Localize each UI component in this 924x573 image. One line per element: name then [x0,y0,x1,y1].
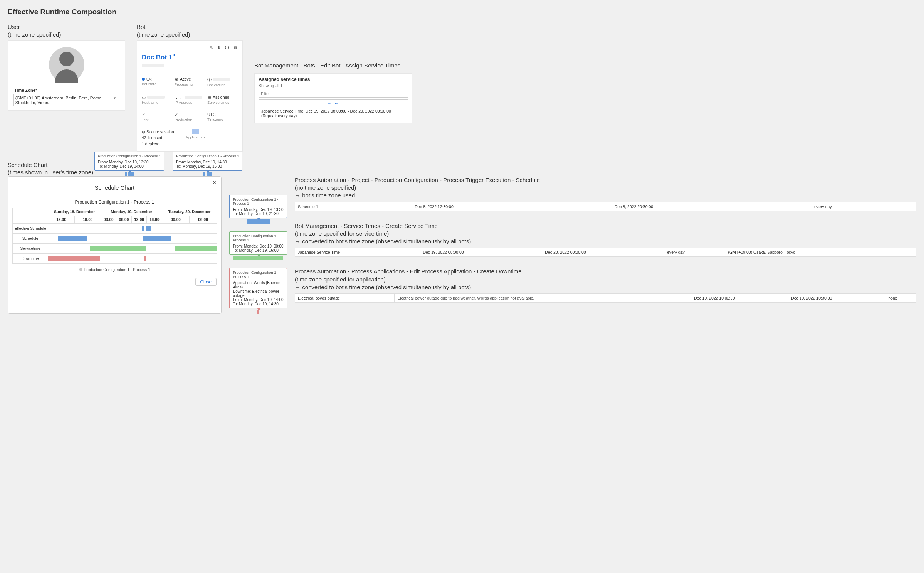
table-cell[interactable]: Dec 19, 2022 08:00:00 [420,248,542,257]
bar-servicetime[interactable] [175,246,217,251]
chart-title: Schedule Chart [8,182,221,199]
timezone-select[interactable]: (GMT+01:00) Amsterdam, Berlin, Bern, Rom… [13,94,120,106]
bar-servicetime[interactable] [90,246,146,251]
downtime-table: Electrical power outage Electrical power… [295,293,916,303]
table-cell[interactable]: Dec 19, 2022 10:30:00 [788,294,885,303]
bar-schedule[interactable] [143,236,171,241]
shield-icon: ⊘ [142,130,145,134]
table-cell[interactable]: Electrical power outage due to bad weath… [395,294,691,303]
table-cell[interactable]: Japanese Service Time [295,248,420,257]
svc-title: Assigned service times [259,77,408,82]
svc-showing: Showing all 1 [259,83,408,88]
service-times-panel: Assigned service times Showing all 1 ← ←… [254,73,412,123]
bot-card: ✎ ⬇ ⏻ 🗑 Doc Bot 1↗ Ok Bot state ◉Active … [137,40,243,152]
activity-icon: ◉ [175,77,178,82]
user-card: Time Zone* (GMT+01:00) Amsterdam, Berlin… [8,40,125,111]
trash-icon[interactable]: 🗑 [233,45,238,50]
bar-segment [203,172,205,176]
table-cell[interactable]: Dec 19, 2022 10:00:00 [691,294,788,303]
info-icon: ⓘ [207,77,212,83]
section-heading-schedule: Process Automation - Project - Productio… [295,176,916,200]
day-header: Tuesday, 20. December [162,208,217,216]
status-dot-icon [142,78,145,81]
check-icon: ✓ [142,112,145,117]
chart-subtitle: Production Configuration 1 - Process 1 [8,199,221,205]
bot-name[interactable]: Doc Bot 1↗ [142,53,238,61]
section-heading-servicetime: Bot Management - Service Times - Create … [295,222,916,246]
tooltip-servicetime: Production Configuration 1 - Process 1 F… [229,231,287,255]
close-icon[interactable]: ✕ [212,180,217,185]
calendar-icon: ▦ [207,95,211,100]
schedule-table: Schedule 1 Dec 8, 2022 12:30:00 Dec 8, 2… [295,202,916,211]
bar-schedule[interactable] [58,236,87,241]
bar-effective[interactable] [146,226,151,231]
row-label: Effective Schedule [13,223,48,233]
table-cell[interactable]: every day [664,248,725,257]
nav-arrows[interactable]: ← ← [259,99,408,107]
power-icon[interactable]: ⏻ [225,45,229,50]
schedule-chart-label: Schedule Chart (times shown in user's ti… [8,161,94,176]
row-label: Downtime [13,253,48,263]
download-icon[interactable]: ⬇ [217,45,221,50]
close-button[interactable]: Close [195,278,217,286]
bar-segment [125,172,127,176]
day-header: Monday, 19. December [101,208,162,216]
page-title: Effective Runtime Composition [8,8,916,16]
table-cell[interactable]: Dec 20, 2022 00:00:00 [542,248,664,257]
blur-placeholder [142,64,164,67]
table-cell[interactable]: Electrical power outage [295,294,395,303]
tooltip-effective-2: Production Configuration 1 - Process 1 F… [173,152,242,171]
tooltip-schedule: Production Configuration 1 - Process 1 F… [229,195,287,218]
check-icon: ✓ [175,112,178,117]
host-icon: ▭ [142,95,146,100]
chart-legend: Production Configuration 1 - Process 1 [8,268,221,272]
row-label: Schedule [13,233,48,243]
row-label: Servicetime [13,243,48,253]
filter-input[interactable] [259,90,408,98]
tooltip-effective-1: Production Configuration 1 - Process 1 F… [94,152,164,171]
service-times-heading: Bot Management - Bots - Edit Bot - Assig… [254,62,916,69]
table-cell[interactable]: Dec 8, 2022 20:30:00 [612,202,811,211]
table-cell[interactable]: Dec 8, 2022 12:30:00 [412,202,612,211]
apps-icon[interactable] [192,129,199,134]
servicetime-table: Japanese Service Time Dec 19, 2022 08:00… [295,248,916,257]
table-cell[interactable]: every day [811,202,916,211]
table-cell[interactable]: (GMT+09:00) Osaka, Sapporo, Tokyo [725,248,916,257]
bar-effective[interactable] [142,226,144,231]
tooltip-downtime: Production Configuration 1 - Process 1 A… [229,268,287,308]
network-icon: ⋮⋮ [175,95,183,100]
table-cell[interactable]: none [885,294,916,303]
user-label: User (time zone specified) [8,23,125,38]
bar-downtime[interactable] [48,256,100,261]
bot-label: Bot (time zone specified) [137,23,243,38]
service-time-row[interactable]: Japanese Service Time, Dec 19, 2022 08:0… [259,107,408,120]
edit-icon[interactable]: ✎ [209,45,213,50]
schedule-chart: ✕ Schedule Chart Production Configuratio… [8,176,222,314]
external-link-icon: ↗ [172,53,175,57]
timezone-label: Time Zone* [14,88,122,93]
avatar [49,47,84,83]
table-cell[interactable]: Schedule 1 [295,202,412,211]
section-heading-downtime: Process Automation - Process Application… [295,268,916,291]
day-header: Sunday, 18. December [48,208,101,216]
bar-downtime[interactable] [144,256,146,261]
